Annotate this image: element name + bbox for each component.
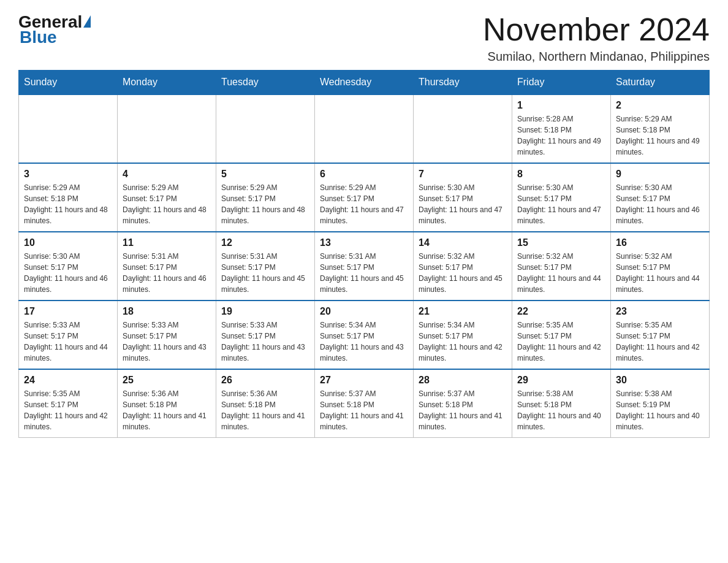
- location-subtitle: Sumilao, Northern Mindanao, Philippines: [483, 50, 710, 64]
- col-saturday: Saturday: [611, 71, 710, 95]
- table-row: 15Sunrise: 5:32 AMSunset: 5:17 PMDayligh…: [512, 232, 611, 301]
- day-number: 4: [123, 169, 211, 180]
- table-row: [216, 94, 315, 163]
- table-row: 23Sunrise: 5:35 AMSunset: 5:17 PMDayligh…: [611, 301, 710, 369]
- day-info: Sunrise: 5:37 AMSunset: 5:18 PMDaylight:…: [320, 388, 408, 432]
- table-row: [19, 94, 118, 163]
- table-row: 4Sunrise: 5:29 AMSunset: 5:17 PMDaylight…: [118, 163, 216, 232]
- day-info: Sunrise: 5:29 AMSunset: 5:18 PMDaylight:…: [616, 113, 704, 158]
- table-row: 16Sunrise: 5:32 AMSunset: 5:17 PMDayligh…: [611, 232, 710, 301]
- table-row: 27Sunrise: 5:37 AMSunset: 5:18 PMDayligh…: [315, 369, 414, 438]
- day-info: Sunrise: 5:33 AMSunset: 5:17 PMDaylight:…: [24, 320, 112, 364]
- table-row: 11Sunrise: 5:31 AMSunset: 5:17 PMDayligh…: [118, 232, 216, 301]
- day-info: Sunrise: 5:29 AMSunset: 5:17 PMDaylight:…: [123, 182, 211, 226]
- day-info: Sunrise: 5:33 AMSunset: 5:17 PMDaylight:…: [123, 320, 211, 364]
- title-section: November 2024 Sumilao, Northern Mindanao…: [483, 12, 710, 64]
- day-number: 9: [616, 169, 704, 180]
- day-number: 23: [616, 306, 704, 317]
- table-row: [414, 94, 512, 163]
- day-number: 28: [419, 375, 507, 386]
- table-row: 10Sunrise: 5:30 AMSunset: 5:17 PMDayligh…: [19, 232, 118, 301]
- day-info: Sunrise: 5:30 AMSunset: 5:17 PMDaylight:…: [24, 251, 112, 295]
- col-wednesday: Wednesday: [315, 71, 414, 95]
- day-number: 19: [221, 306, 309, 317]
- col-thursday: Thursday: [414, 71, 512, 95]
- calendar-week-row: 10Sunrise: 5:30 AMSunset: 5:17 PMDayligh…: [19, 232, 710, 301]
- table-row: 21Sunrise: 5:34 AMSunset: 5:17 PMDayligh…: [414, 301, 512, 369]
- day-info: Sunrise: 5:38 AMSunset: 5:19 PMDaylight:…: [616, 388, 704, 432]
- day-info: Sunrise: 5:35 AMSunset: 5:17 PMDaylight:…: [517, 320, 605, 364]
- table-row: 6Sunrise: 5:29 AMSunset: 5:17 PMDaylight…: [315, 163, 414, 232]
- table-row: [118, 94, 216, 163]
- day-info: Sunrise: 5:31 AMSunset: 5:17 PMDaylight:…: [221, 251, 309, 295]
- day-number: 18: [123, 306, 211, 317]
- day-number: 22: [517, 306, 605, 317]
- day-number: 8: [517, 169, 605, 180]
- day-info: Sunrise: 5:32 AMSunset: 5:17 PMDaylight:…: [616, 251, 704, 295]
- day-info: Sunrise: 5:35 AMSunset: 5:17 PMDaylight:…: [616, 320, 704, 364]
- table-row: 5Sunrise: 5:29 AMSunset: 5:17 PMDaylight…: [216, 163, 315, 232]
- day-number: 5: [221, 169, 309, 180]
- month-title: November 2024: [483, 12, 710, 47]
- day-number: 12: [221, 237, 309, 248]
- day-info: Sunrise: 5:30 AMSunset: 5:17 PMDaylight:…: [517, 182, 605, 226]
- day-number: 11: [123, 237, 211, 248]
- table-row: 8Sunrise: 5:30 AMSunset: 5:17 PMDaylight…: [512, 163, 611, 232]
- table-row: 24Sunrise: 5:35 AMSunset: 5:17 PMDayligh…: [19, 369, 118, 438]
- day-number: 26: [221, 375, 309, 386]
- col-sunday: Sunday: [19, 71, 118, 95]
- table-row: 26Sunrise: 5:36 AMSunset: 5:18 PMDayligh…: [216, 369, 315, 438]
- day-number: 17: [24, 306, 112, 317]
- table-row: 28Sunrise: 5:37 AMSunset: 5:18 PMDayligh…: [414, 369, 512, 438]
- day-number: 15: [517, 237, 605, 248]
- day-number: 2: [616, 100, 704, 111]
- logo-triangle-icon: [83, 15, 91, 28]
- day-info: Sunrise: 5:32 AMSunset: 5:17 PMDaylight:…: [517, 251, 605, 295]
- day-number: 20: [320, 306, 408, 317]
- day-number: 30: [616, 375, 704, 386]
- day-info: Sunrise: 5:38 AMSunset: 5:18 PMDaylight:…: [517, 388, 605, 432]
- day-info: Sunrise: 5:29 AMSunset: 5:17 PMDaylight:…: [221, 182, 309, 226]
- day-info: Sunrise: 5:29 AMSunset: 5:17 PMDaylight:…: [320, 182, 408, 226]
- table-row: 14Sunrise: 5:32 AMSunset: 5:17 PMDayligh…: [414, 232, 512, 301]
- table-row: 20Sunrise: 5:34 AMSunset: 5:17 PMDayligh…: [315, 301, 414, 369]
- day-number: 21: [419, 306, 507, 317]
- day-number: 25: [123, 375, 211, 386]
- day-number: 1: [517, 100, 605, 111]
- table-row: 17Sunrise: 5:33 AMSunset: 5:17 PMDayligh…: [19, 301, 118, 369]
- day-info: Sunrise: 5:36 AMSunset: 5:18 PMDaylight:…: [123, 388, 211, 432]
- table-row: 2Sunrise: 5:29 AMSunset: 5:18 PMDaylight…: [611, 94, 710, 163]
- day-number: 7: [419, 169, 507, 180]
- table-row: 30Sunrise: 5:38 AMSunset: 5:19 PMDayligh…: [611, 369, 710, 438]
- col-friday: Friday: [512, 71, 611, 95]
- table-row: 3Sunrise: 5:29 AMSunset: 5:18 PMDaylight…: [19, 163, 118, 232]
- table-row: 25Sunrise: 5:36 AMSunset: 5:18 PMDayligh…: [118, 369, 216, 438]
- table-row: [315, 94, 414, 163]
- day-number: 27: [320, 375, 408, 386]
- table-row: 22Sunrise: 5:35 AMSunset: 5:17 PMDayligh…: [512, 301, 611, 369]
- logo: General Blue: [18, 12, 91, 47]
- logo-blue-text: Blue: [18, 28, 91, 47]
- day-number: 13: [320, 237, 408, 248]
- day-number: 29: [517, 375, 605, 386]
- day-number: 14: [419, 237, 507, 248]
- table-row: 19Sunrise: 5:33 AMSunset: 5:17 PMDayligh…: [216, 301, 315, 369]
- day-info: Sunrise: 5:30 AMSunset: 5:17 PMDaylight:…: [419, 182, 507, 226]
- table-row: 1Sunrise: 5:28 AMSunset: 5:18 PMDaylight…: [512, 94, 611, 163]
- day-number: 16: [616, 237, 704, 248]
- day-info: Sunrise: 5:36 AMSunset: 5:18 PMDaylight:…: [221, 388, 309, 432]
- table-row: 12Sunrise: 5:31 AMSunset: 5:17 PMDayligh…: [216, 232, 315, 301]
- col-monday: Monday: [118, 71, 216, 95]
- day-info: Sunrise: 5:34 AMSunset: 5:17 PMDaylight:…: [320, 320, 408, 364]
- calendar-week-row: 24Sunrise: 5:35 AMSunset: 5:17 PMDayligh…: [19, 369, 710, 438]
- day-info: Sunrise: 5:30 AMSunset: 5:17 PMDaylight:…: [616, 182, 704, 226]
- page-header: General Blue November 2024 Sumilao, Nort…: [18, 12, 710, 64]
- table-row: 7Sunrise: 5:30 AMSunset: 5:17 PMDaylight…: [414, 163, 512, 232]
- day-info: Sunrise: 5:29 AMSunset: 5:18 PMDaylight:…: [24, 182, 112, 226]
- day-info: Sunrise: 5:28 AMSunset: 5:18 PMDaylight:…: [517, 113, 605, 158]
- day-info: Sunrise: 5:37 AMSunset: 5:18 PMDaylight:…: [419, 388, 507, 432]
- day-number: 24: [24, 375, 112, 386]
- day-info: Sunrise: 5:32 AMSunset: 5:17 PMDaylight:…: [419, 251, 507, 295]
- calendar-table: Sunday Monday Tuesday Wednesday Thursday…: [18, 70, 710, 438]
- table-row: 9Sunrise: 5:30 AMSunset: 5:17 PMDaylight…: [611, 163, 710, 232]
